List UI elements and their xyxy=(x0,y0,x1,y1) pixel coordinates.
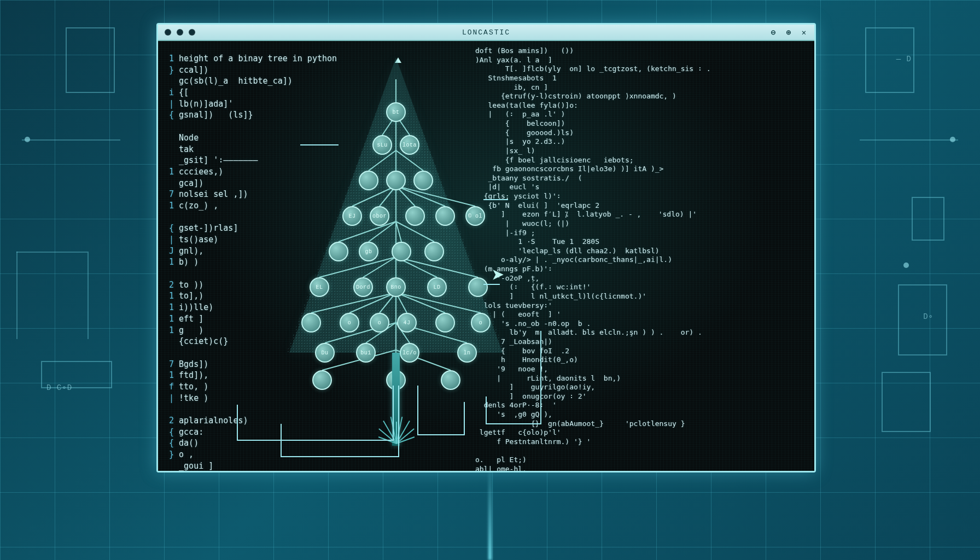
svg-line-7 xyxy=(380,186,396,206)
tree-node: Bno xyxy=(386,277,406,297)
tree-node: o xyxy=(340,313,359,332)
svg-line-26 xyxy=(325,323,396,343)
tree-node: Du xyxy=(315,343,335,363)
traffic-dot-3[interactable] xyxy=(189,29,195,36)
tree-node: obor xyxy=(370,206,389,226)
app-window: LONCASTIC ⊖ ⊕ ✕ 1 height of a binay tree… xyxy=(156,23,816,472)
svg-line-15 xyxy=(319,257,396,277)
tree-node xyxy=(359,171,378,190)
svg-line-22 xyxy=(380,293,396,313)
traffic-dot-2[interactable] xyxy=(177,29,183,36)
tree-node: gb xyxy=(359,242,378,261)
tree-node xyxy=(435,206,455,226)
tree-node xyxy=(413,171,433,190)
tree-node: o xyxy=(370,313,389,332)
tree-trunk xyxy=(392,353,400,446)
svg-line-13 xyxy=(396,221,401,242)
tree-node: bu1 xyxy=(356,343,376,363)
bg-deco-box xyxy=(66,27,115,93)
svg-line-1 xyxy=(382,115,396,135)
window-title: LONCASTIC xyxy=(462,28,510,37)
tree-node xyxy=(424,242,444,261)
bg-deco-line xyxy=(16,252,18,339)
svg-line-10 xyxy=(396,186,475,206)
tree-edges xyxy=(287,57,505,446)
bg-label: — D xyxy=(896,55,912,63)
code-right-panel: doft (Bos amins]) ()) )Anl yax(a. l a ] … xyxy=(475,46,792,471)
arrow-up-icon xyxy=(395,57,401,63)
bg-deco-line xyxy=(16,252,88,253)
tree-node xyxy=(329,242,348,261)
tree-triangle-bg xyxy=(289,57,503,353)
svg-line-30 xyxy=(322,350,396,370)
maximize-button-icon[interactable]: ⊕ xyxy=(784,27,794,37)
tree-node: lc/o xyxy=(400,343,419,363)
svg-line-9 xyxy=(396,186,445,206)
svg-line-24 xyxy=(396,293,445,313)
svg-line-3 xyxy=(369,150,396,171)
tree-node xyxy=(392,242,411,261)
titlebar[interactable]: LONCASTIC ⊖ ⊕ ✕ xyxy=(158,25,814,41)
tree-node: LD xyxy=(427,277,447,297)
svg-line-20 xyxy=(311,293,396,313)
svg-line-23 xyxy=(396,293,407,313)
tree-node: Dord xyxy=(353,277,373,297)
svg-line-25 xyxy=(396,293,481,313)
svg-line-2 xyxy=(396,115,410,135)
svg-line-18 xyxy=(396,257,437,277)
tree-node xyxy=(405,206,425,226)
svg-line-21 xyxy=(349,293,396,313)
tree-node xyxy=(386,171,406,190)
tree-node: ln xyxy=(457,343,477,363)
svg-line-32 xyxy=(396,350,451,370)
svg-line-5 xyxy=(396,150,423,171)
svg-line-11 xyxy=(339,221,396,242)
editor-content: 1 height of a binay tree in python } cca… xyxy=(158,41,814,471)
traffic-lights xyxy=(165,29,195,36)
svg-line-28 xyxy=(396,323,410,343)
tree-roots xyxy=(325,421,467,448)
svg-line-14 xyxy=(396,221,434,242)
svg-line-27 xyxy=(366,323,396,343)
tree-node xyxy=(312,370,332,390)
close-button-icon[interactable]: ✕ xyxy=(799,27,809,37)
tree-node xyxy=(441,370,460,390)
svg-line-12 xyxy=(369,221,396,242)
svg-line-16 xyxy=(363,257,396,277)
minimize-button-icon[interactable]: ⊖ xyxy=(768,27,778,37)
svg-line-8 xyxy=(396,186,415,206)
svg-line-19 xyxy=(396,257,478,277)
bg-deco-box xyxy=(912,197,944,241)
bg-deco-line xyxy=(22,139,120,141)
window-controls: ⊖ ⊕ ✕ xyxy=(768,27,809,37)
bg-deco-dot xyxy=(25,137,30,142)
tree-texture xyxy=(287,57,505,353)
tree-node: lota xyxy=(400,135,419,155)
tree-node: sLu xyxy=(372,135,392,155)
bg-deco-box xyxy=(882,372,931,432)
bg-deco-dot xyxy=(903,262,909,268)
traffic-dot-1[interactable] xyxy=(165,29,171,36)
tree-node xyxy=(435,313,455,332)
bg-label: D C∘D xyxy=(46,383,72,392)
bg-deco-line xyxy=(860,139,958,141)
binary-tree-diagram: btsLulotaEJobor© olgbELDordBnoLDoo4JoDub… xyxy=(287,57,505,446)
tree-node: EJ xyxy=(342,206,362,226)
tree-node: bt xyxy=(386,102,406,122)
arrow-right-icon: ➤ xyxy=(492,262,505,289)
bg-deco-box xyxy=(898,284,947,355)
bg-deco-line xyxy=(88,252,89,339)
bg-deco-dot xyxy=(950,137,955,142)
tree-node: 4J xyxy=(397,313,417,332)
code-left-panel: 1 height of a binay tree in python } cca… xyxy=(169,53,311,471)
bg-glow xyxy=(488,462,492,560)
svg-line-29 xyxy=(396,323,467,343)
tree-node: EL xyxy=(310,277,329,297)
svg-line-6 xyxy=(352,186,396,206)
bg-label: D∘ xyxy=(923,312,934,321)
tree-node xyxy=(386,370,406,390)
